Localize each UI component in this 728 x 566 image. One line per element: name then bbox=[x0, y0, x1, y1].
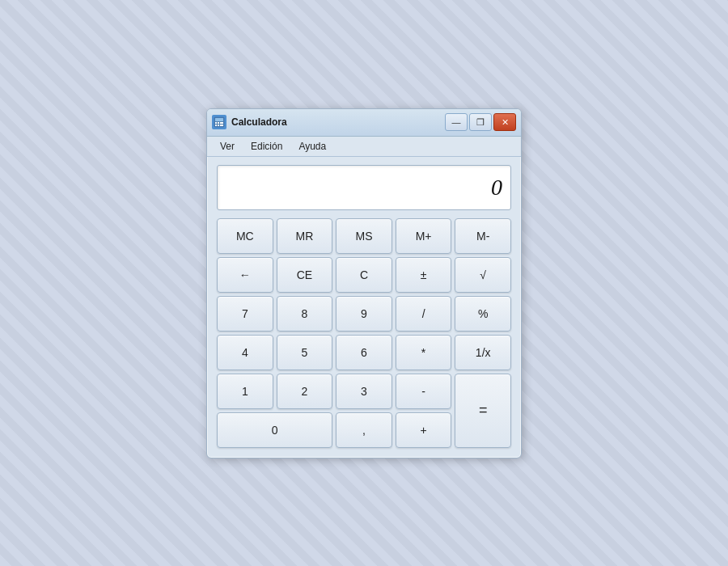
svg-rect-5 bbox=[215, 125, 217, 126]
calc-app-icon bbox=[212, 115, 226, 129]
svg-rect-1 bbox=[215, 118, 223, 121]
equals-button[interactable]: = bbox=[455, 374, 511, 448]
backspace-button[interactable]: ← bbox=[217, 257, 273, 293]
plus-button[interactable]: + bbox=[396, 412, 452, 448]
button-grid: MC MR MS M+ M- ← CE C ± √ 7 8 9 / % 4 5 … bbox=[217, 218, 511, 448]
calculator-body: 0 MC MR MS M+ M- ← CE C ± √ 7 8 9 / % 4 … bbox=[207, 157, 521, 458]
menu-ver[interactable]: Ver bbox=[214, 139, 241, 154]
sqrt-button[interactable]: √ bbox=[455, 257, 511, 293]
minimize-button[interactable]: — bbox=[445, 113, 468, 131]
percent-button[interactable]: % bbox=[455, 296, 511, 332]
one-button[interactable]: 1 bbox=[217, 374, 273, 409]
multiply-button[interactable]: * bbox=[396, 335, 452, 370]
comma-button[interactable]: , bbox=[336, 412, 392, 448]
restore-button[interactable]: ❒ bbox=[469, 113, 492, 131]
minus-button[interactable]: - bbox=[396, 374, 452, 409]
svg-rect-2 bbox=[215, 122, 217, 124]
menu-edicion[interactable]: Edición bbox=[244, 139, 289, 154]
c-button[interactable]: C bbox=[336, 257, 392, 293]
menu-ayuda[interactable]: Ayuda bbox=[292, 139, 332, 154]
four-button[interactable]: 4 bbox=[217, 335, 273, 370]
nine-button[interactable]: 9 bbox=[336, 296, 392, 332]
calculator-window: Calculadora — ❒ ✕ Ver Edición Ayuda 0 MC… bbox=[206, 108, 522, 458]
eight-button[interactable]: 8 bbox=[277, 296, 333, 332]
zero-button[interactable]: 0 bbox=[217, 412, 332, 448]
five-button[interactable]: 5 bbox=[277, 335, 333, 370]
reciprocal-button[interactable]: 1/x bbox=[455, 335, 511, 370]
mr-button[interactable]: MR bbox=[277, 218, 333, 254]
svg-rect-3 bbox=[218, 122, 219, 124]
mplus-button[interactable]: M+ bbox=[396, 218, 452, 254]
two-button[interactable]: 2 bbox=[277, 374, 333, 409]
mc-button[interactable]: MC bbox=[217, 218, 273, 254]
mminus-button[interactable]: M- bbox=[455, 218, 511, 254]
plusminus-button[interactable]: ± bbox=[396, 257, 452, 293]
title-bar: Calculadora — ❒ ✕ bbox=[207, 109, 521, 137]
three-button[interactable]: 3 bbox=[336, 374, 392, 409]
svg-rect-4 bbox=[220, 122, 223, 124]
display: 0 bbox=[217, 165, 511, 210]
six-button[interactable]: 6 bbox=[336, 335, 392, 370]
title-bar-buttons: — ❒ ✕ bbox=[445, 113, 516, 131]
svg-rect-7 bbox=[220, 125, 223, 126]
ce-button[interactable]: CE bbox=[277, 257, 333, 293]
svg-rect-6 bbox=[218, 125, 219, 126]
seven-button[interactable]: 7 bbox=[217, 296, 273, 332]
window-title: Calculadora bbox=[231, 116, 445, 128]
display-value: 0 bbox=[491, 175, 502, 201]
divide-button[interactable]: / bbox=[396, 296, 452, 332]
close-button[interactable]: ✕ bbox=[493, 113, 516, 131]
menu-bar: Ver Edición Ayuda bbox=[207, 137, 521, 157]
ms-button[interactable]: MS bbox=[336, 218, 392, 254]
